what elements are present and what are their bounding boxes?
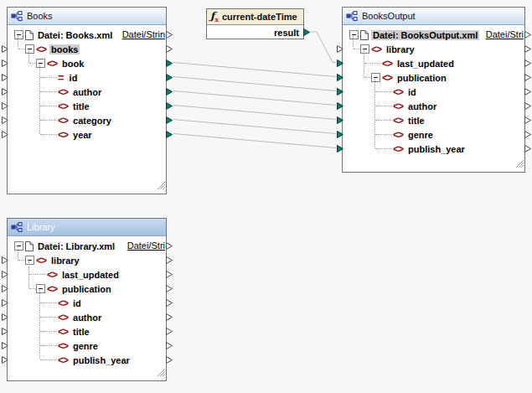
function-result-row[interactable]: result <box>207 25 303 39</box>
output-connector-library[interactable] <box>166 256 173 264</box>
input-connector-publish_year[interactable] <box>2 356 8 364</box>
collapse-icon[interactable] <box>36 284 45 293</box>
output-connector-last_updated[interactable] <box>166 271 173 278</box>
output-connector-title[interactable] <box>524 116 531 124</box>
output-connector-publication[interactable] <box>524 74 531 81</box>
input-connector-genre[interactable] <box>337 131 343 138</box>
input-connector-author[interactable] <box>2 88 8 96</box>
input-connector-id[interactable] <box>2 74 8 81</box>
tree-node-year[interactable]: <> year <box>8 127 166 142</box>
component-library-titlebar[interactable]: Library <box>8 219 166 236</box>
resize-grip[interactable] <box>158 365 165 380</box>
output-connector-id[interactable] <box>166 74 173 81</box>
component-books-titlebar[interactable]: Books <box>8 8 166 25</box>
output-connector-id[interactable] <box>524 88 531 96</box>
input-connector-title[interactable] <box>2 102 8 110</box>
output-connector-book[interactable] <box>166 59 173 67</box>
tree-node-genre[interactable]: <> genre <box>8 339 166 353</box>
input-connector-last_updated[interactable] <box>337 59 343 67</box>
output-connector-author[interactable] <box>166 88 173 96</box>
tree-node-title[interactable]: <> title <box>8 99 166 113</box>
output-connector-category[interactable] <box>166 116 173 124</box>
input-connector-author[interactable] <box>2 313 8 321</box>
output-connector-file[interactable] <box>166 31 173 39</box>
output-connector-publish_year[interactable] <box>524 145 531 153</box>
tree-node-publish_year[interactable]: <> publish_year <box>343 142 524 156</box>
input-connector-genre[interactable] <box>2 342 8 349</box>
tree-node-file[interactable]: Datei: Books.xml Datei/Strin <box>8 28 166 42</box>
component-books[interactable]: Books Datei: Books.xml Datei/Strin <> bo… <box>7 7 167 194</box>
input-connector-year[interactable] <box>2 131 8 138</box>
output-connector-result[interactable] <box>303 28 310 36</box>
tree-node-id[interactable]: <> id <box>343 85 524 99</box>
input-connector-last_updated[interactable] <box>2 271 8 278</box>
connection-category-to-genre[interactable] <box>173 120 336 134</box>
input-connector-author[interactable] <box>337 102 343 110</box>
tree-node-title[interactable]: <> title <box>343 113 524 127</box>
output-connector-year[interactable] <box>166 131 173 138</box>
input-connector-book[interactable] <box>2 59 8 67</box>
output-connector-title[interactable] <box>166 102 173 110</box>
component-booksoutput[interactable]: BooksOutput Datei: BooksOutput.xml Datei… <box>342 7 525 173</box>
tree-node-author[interactable]: <> author <box>8 310 166 324</box>
collapse-icon[interactable] <box>25 44 34 54</box>
tree-node-file[interactable]: Datei: Library.xml Datei/Stri <box>8 239 166 253</box>
output-connector-author[interactable] <box>524 102 531 110</box>
output-connector-file[interactable] <box>166 242 173 250</box>
input-connector-publication[interactable] <box>337 74 343 81</box>
file-string-toggle[interactable]: Datei/Strin <box>122 29 165 39</box>
output-connector-publication[interactable] <box>166 285 173 292</box>
input-connector-id[interactable] <box>2 299 8 307</box>
tree-node-id[interactable]: <> id <box>8 296 166 310</box>
tree-node-id[interactable]: = id <box>8 70 166 85</box>
tree-node-author[interactable]: <> author <box>343 99 524 113</box>
function-titlebar[interactable]: ƒx current-dateTime <box>207 9 303 25</box>
output-connector-title[interactable] <box>166 328 173 335</box>
input-connector-publish_year[interactable] <box>337 145 343 153</box>
connection-author-to-author[interactable] <box>173 91 336 106</box>
resize-grip[interactable] <box>158 178 165 193</box>
connection-book-to-publication[interactable] <box>173 63 336 77</box>
tree-node-library[interactable]: <> library <box>8 253 166 267</box>
output-connector-file[interactable] <box>524 31 531 39</box>
input-connector-id[interactable] <box>337 88 343 96</box>
tree-node-genre[interactable]: <> genre <box>343 127 524 142</box>
input-connector-books[interactable] <box>2 45 8 53</box>
output-connector-author[interactable] <box>166 313 173 321</box>
output-connector-last_updated[interactable] <box>524 59 531 67</box>
connection-id-to-id[interactable] <box>173 77 336 91</box>
collapse-icon[interactable] <box>25 256 34 265</box>
output-connector-id[interactable] <box>166 299 173 307</box>
output-connector-library[interactable] <box>524 45 531 53</box>
collapse-icon[interactable] <box>36 59 45 68</box>
input-connector-category[interactable] <box>2 116 8 124</box>
output-connector-genre[interactable] <box>166 342 173 349</box>
output-connector-books[interactable] <box>166 45 173 53</box>
tree-node-file[interactable]: Datei: BooksOutput.xml Datei/Stri <box>343 28 524 42</box>
input-connector-title[interactable] <box>2 328 8 335</box>
input-connector-library[interactable] <box>2 256 8 264</box>
tree-node-books[interactable]: <> books <box>8 42 166 56</box>
tree-node-author[interactable]: <> author <box>8 85 166 99</box>
tree-node-library[interactable]: <> library <box>343 42 524 56</box>
connection-result-to-last_updated[interactable] <box>311 32 336 63</box>
component-library[interactable]: Library Datei: Library.xml Datei/Stri <>… <box>7 218 167 381</box>
function-current-datetime[interactable]: ƒx current-dateTime result <box>206 8 304 39</box>
connection-year-to-publish_year[interactable] <box>173 134 336 148</box>
collapse-icon[interactable] <box>349 30 359 39</box>
resize-grip[interactable] <box>516 156 524 171</box>
input-connector-title[interactable] <box>337 116 343 124</box>
collapse-icon[interactable] <box>14 241 23 251</box>
collapse-icon[interactable] <box>371 73 380 82</box>
tree-node-title[interactable]: <> title <box>8 324 166 339</box>
file-string-toggle[interactable]: Datei/Stri <box>486 29 524 39</box>
file-string-toggle[interactable]: Datei/Stri <box>127 240 165 251</box>
input-connector-library[interactable] <box>337 45 343 53</box>
collapse-icon[interactable] <box>14 30 23 39</box>
output-connector-genre[interactable] <box>524 131 531 138</box>
component-booksoutput-titlebar[interactable]: BooksOutput <box>343 8 524 25</box>
tree-node-category[interactable]: <> category <box>8 113 166 127</box>
collapse-icon[interactable] <box>360 44 369 54</box>
tree-node-publish_year[interactable]: <> publish_year <box>8 353 166 367</box>
connection-title-to-title[interactable] <box>173 106 336 120</box>
